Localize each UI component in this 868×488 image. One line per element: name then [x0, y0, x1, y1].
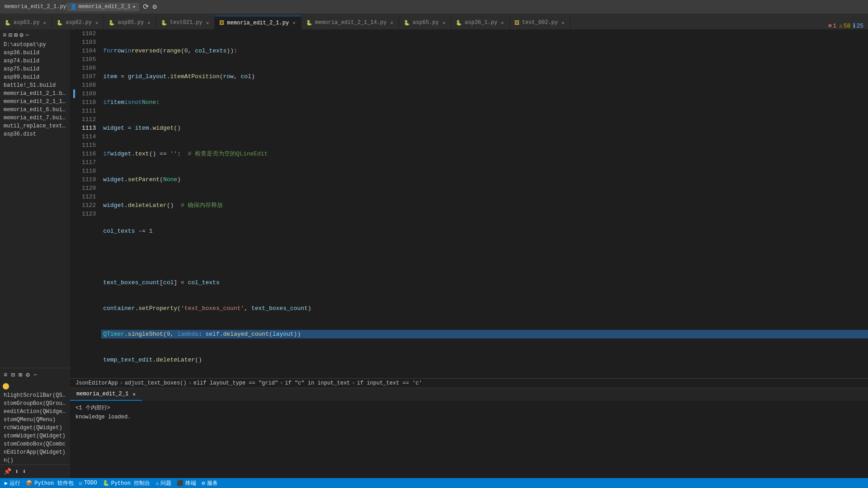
- sidebar-tool-collapse[interactable]: ⊟: [10, 370, 15, 380]
- status-python-packages[interactable]: 📦 Python 软件包: [26, 479, 73, 487]
- line-num-1106: 1106: [82, 64, 96, 72]
- sidebar-item-memoria-build[interactable]: memoria_edit_2_1.build: [0, 89, 70, 98]
- sidebar-bottom-icon1[interactable]: 📌: [3, 467, 12, 476]
- breadcrumb-item-2[interactable]: adjust_text_boxes(): [125, 380, 187, 386]
- tab-close-asp65[interactable]: ✕: [441, 19, 446, 26]
- code-line-1111[interactable]: text_boxes_count[col] = col_texts: [101, 278, 868, 287]
- tab-icon-asp85: 🐍: [108, 20, 115, 26]
- breadcrumb-item-5[interactable]: if input_text == 'c': [357, 380, 422, 386]
- status-issues[interactable]: ⚠ 问题: [156, 479, 171, 487]
- tab-close-asp85[interactable]: ✕: [146, 19, 151, 26]
- sidebar-item-root[interactable]: D:\autopat\py: [0, 41, 70, 49]
- breadcrumb-item-4[interactable]: if "c" in input_text: [285, 380, 350, 386]
- terminal-label[interactable]: 终端: [185, 479, 196, 487]
- code-editor[interactable]: 1102 1103 1104 1105 1106 1107 1108 1109 …: [70, 29, 868, 378]
- sidebar-item-mutil-build[interactable]: mutil_replace_text.build: [0, 122, 70, 130]
- code-line-1114[interactable]: temp_text_edit.deleteLater(): [101, 356, 868, 364]
- sidebar-bottom-item-6[interactable]: stomWidget(QWidget): [0, 432, 70, 440]
- info-badge[interactable]: ℹ 25: [853, 22, 863, 29]
- sidebar-bottom-item-7[interactable]: stomComboBox(QCombc: [0, 440, 70, 448]
- tab-test-002[interactable]: 🖼 test_002.py ✕: [510, 16, 571, 29]
- breadcrumb-item-1[interactable]: JsonEditorApp: [75, 380, 118, 386]
- code-content[interactable]: for row in reversed(range(0, col_texts))…: [101, 29, 868, 378]
- sidebar-bottom-icon2[interactable]: ⬆: [14, 467, 19, 476]
- tab-close-asp36-1[interactable]: ✕: [500, 19, 505, 26]
- code-line-1103[interactable]: item = grid_layout.itemAtPosition(row, c…: [101, 72, 868, 81]
- sidebar-item-memoria7-build[interactable]: memoria_edit_7.build: [0, 114, 70, 122]
- todo-label[interactable]: TODO: [84, 480, 97, 486]
- tab-memoria-edit-2-1-14[interactable]: 🐍 memoria_edit_2_1_14.py ✕: [302, 16, 399, 29]
- settings-icon[interactable]: ⚙: [152, 2, 157, 11]
- tab-close-memoria[interactable]: ✕: [292, 19, 297, 26]
- code-line-1104[interactable]: if item is not None:: [101, 98, 868, 107]
- error-badge[interactable]: ⊗ 1: [828, 22, 836, 29]
- tab-asp85[interactable]: 🐍 asp85.py ✕: [104, 16, 156, 29]
- sidebar-bottom-item-3[interactable]: eeditAction(QWidgetAct: [0, 408, 70, 416]
- sidebar-bottom-item-8[interactable]: nEditorApp(QWidget): [0, 448, 70, 456]
- sidebar-item-asp36-build[interactable]: asp36.build: [0, 49, 70, 57]
- status-services[interactable]: ⚙ 服务: [202, 479, 217, 487]
- code-line-1105[interactable]: widget = item.widget(): [101, 124, 868, 132]
- terminal-icon: ⬛: [177, 480, 184, 487]
- sidebar-collapse-icon[interactable]: ⊟: [8, 31, 12, 39]
- sidebar-item-memoria1-build[interactable]: memoria_edit_2_1_1.bui: [0, 98, 70, 106]
- profile-name[interactable]: memoria_edit_2_1: [79, 4, 131, 10]
- tab-close-asp83[interactable]: ✕: [42, 19, 47, 26]
- sidebar-tool-settings[interactable]: ⚙: [25, 370, 30, 380]
- sidebar-bottom-item-4[interactable]: stomQMenu(QMenu): [0, 416, 70, 424]
- python-packages-label[interactable]: Python 软件包: [34, 479, 73, 487]
- code-line-1113[interactable]: QTimer.singleShot(9, lambda: self.delaye…: [101, 330, 868, 338]
- sidebar-bottom-icon3[interactable]: ⬇: [21, 467, 27, 476]
- tab-close-test021[interactable]: ✕: [205, 19, 210, 26]
- code-line-1102[interactable]: for row in reversed(range(0, col_texts))…: [101, 47, 868, 55]
- sidebar-item-asp99-build[interactable]: asp99.build: [0, 73, 70, 81]
- status-terminal[interactable]: ⬛ 终端: [177, 479, 196, 487]
- sidebar-settings-icon[interactable]: ⚙: [19, 31, 23, 39]
- sidebar-item-asp75-build[interactable]: asp75.build: [0, 65, 70, 73]
- tab-memoria-edit-2-1[interactable]: 🖼 memoria_edit_2_1.py ✕: [215, 16, 301, 29]
- sidebar-item-battle-build[interactable]: battle!_S1.build: [0, 81, 70, 89]
- tab-icon-memoria14: 🐍: [306, 20, 312, 26]
- code-line-1108[interactable]: widget.deleteLater() # 确保内存释放: [101, 201, 868, 210]
- tab-asp83[interactable]: 🐍 asp83.py ✕: [0, 16, 52, 29]
- tab-asp36-1[interactable]: 🐍 asp36_1.py ✕: [451, 16, 510, 29]
- line-num-1115: 1115: [82, 141, 96, 150]
- sidebar-item-memoria6-build[interactable]: memoria_edit_6.build: [0, 106, 70, 114]
- bottom-tab-memoria[interactable]: memoria_edit_2_1 ✕: [70, 388, 142, 401]
- tab-asp65[interactable]: 🐍 asp65.py ✕: [399, 16, 451, 29]
- sidebar-bottom-item-1[interactable]: hlightScrollBar(QScrollBa: [0, 391, 70, 399]
- tab-test021[interactable]: 🐍 test021.py ✕: [156, 16, 215, 29]
- sidebar-expand-icon[interactable]: ⊞: [14, 31, 18, 39]
- profile-dropdown[interactable]: ▾: [132, 4, 136, 10]
- sidebar-item-asp74-build[interactable]: asp74.build: [0, 57, 70, 65]
- status-python-console[interactable]: 🐍 Python 控制台: [103, 479, 150, 487]
- issues-label[interactable]: 问题: [160, 479, 171, 487]
- tab-close-memoria14[interactable]: ✕: [389, 19, 394, 26]
- code-line-1109[interactable]: col_texts -= 1: [101, 227, 868, 235]
- sidebar-item-asp36-dist[interactable]: asp36.dist: [0, 130, 70, 138]
- code-line-1107[interactable]: widget.setParent(None): [101, 175, 868, 184]
- sync-icon[interactable]: ⟳: [143, 2, 149, 11]
- sidebar-tool-expand[interactable]: ≡: [3, 371, 8, 380]
- sidebar-tool-expand2[interactable]: ⊞: [18, 370, 23, 380]
- sidebar-expand-all-icon[interactable]: ≡: [3, 32, 6, 39]
- code-line-1112[interactable]: container.setProperty('text_boxes_count'…: [101, 304, 868, 313]
- bottom-tab-close-memoria[interactable]: ✕: [132, 391, 136, 397]
- run-label[interactable]: 运行: [9, 479, 20, 487]
- tab-close-test002[interactable]: ✕: [561, 19, 566, 26]
- python-console-label[interactable]: Python 控制台: [111, 479, 150, 487]
- tab-asp82[interactable]: 🐍 asp82.py ✕: [52, 16, 104, 29]
- status-todo[interactable]: ☑ TODO: [79, 480, 97, 487]
- sidebar-bottom-item-5[interactable]: rchWidget(QWidget): [0, 424, 70, 432]
- tab-close-asp82[interactable]: ✕: [94, 19, 99, 26]
- status-run[interactable]: ▶ 运行: [5, 479, 20, 487]
- sidebar-bottom-item-9[interactable]: n(): [0, 456, 70, 465]
- warning-badge[interactable]: ⚠ 58: [839, 22, 850, 29]
- code-line-1110[interactable]: [101, 253, 868, 261]
- sidebar-bottom-item-2[interactable]: stomGroupBox(QGroupBc: [0, 399, 70, 408]
- code-line-1106[interactable]: if widget.text() == '': # 检查是否为空的QLineEd…: [101, 150, 868, 158]
- sidebar-tool-minus[interactable]: −: [33, 371, 38, 380]
- breadcrumb-item-3[interactable]: elif layout_type == "grid": [193, 380, 278, 386]
- sidebar-close-icon[interactable]: −: [25, 32, 29, 39]
- services-label[interactable]: 服务: [207, 479, 218, 487]
